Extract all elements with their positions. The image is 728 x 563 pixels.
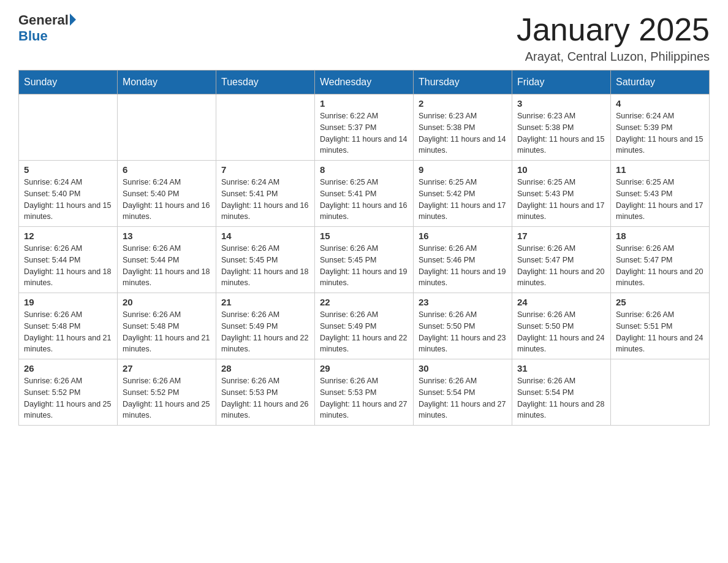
calendar-week-1: 1Sunrise: 6:22 AMSunset: 5:37 PMDaylight… — [19, 94, 710, 161]
table-row: 6Sunrise: 6:24 AMSunset: 5:40 PMDaylight… — [118, 161, 216, 227]
month-title: January 2025 — [517, 12, 710, 47]
day-info: Sunrise: 6:23 AMSunset: 5:38 PMDaylight:… — [517, 110, 605, 156]
table-row: 4Sunrise: 6:24 AMSunset: 5:39 PMDaylight… — [611, 94, 710, 161]
table-row: 17Sunrise: 6:26 AMSunset: 5:47 PMDayligh… — [512, 227, 611, 293]
day-info: Sunrise: 6:26 AMSunset: 5:54 PMDaylight:… — [517, 375, 605, 421]
day-info: Sunrise: 6:24 AMSunset: 5:41 PMDaylight:… — [221, 177, 309, 223]
day-info: Sunrise: 6:26 AMSunset: 5:50 PMDaylight:… — [419, 309, 507, 355]
day-number: 27 — [123, 363, 211, 373]
day-info: Sunrise: 6:23 AMSunset: 5:38 PMDaylight:… — [419, 110, 507, 156]
table-row: 29Sunrise: 6:26 AMSunset: 5:53 PMDayligh… — [315, 359, 414, 426]
calendar-week-4: 19Sunrise: 6:26 AMSunset: 5:48 PMDayligh… — [19, 293, 710, 359]
logo: General Blue — [18, 12, 76, 44]
day-number: 17 — [517, 231, 605, 241]
day-number: 30 — [419, 363, 507, 373]
table-row: 23Sunrise: 6:26 AMSunset: 5:50 PMDayligh… — [414, 293, 512, 359]
day-info: Sunrise: 6:26 AMSunset: 5:53 PMDaylight:… — [221, 375, 309, 421]
day-number: 31 — [517, 363, 605, 373]
col-wednesday: Wednesday — [315, 71, 414, 94]
day-info: Sunrise: 6:26 AMSunset: 5:51 PMDaylight:… — [616, 309, 704, 355]
day-info: Sunrise: 6:26 AMSunset: 5:53 PMDaylight:… — [320, 375, 408, 421]
table-row: 12Sunrise: 6:26 AMSunset: 5:44 PMDayligh… — [19, 227, 118, 293]
day-number: 23 — [419, 297, 507, 307]
page-header: General Blue January 2025 Arayat, Centra… — [18, 12, 710, 64]
day-info: Sunrise: 6:26 AMSunset: 5:47 PMDaylight:… — [616, 243, 704, 289]
logo-general-text: General — [18, 12, 69, 28]
day-number: 22 — [320, 297, 408, 307]
day-info: Sunrise: 6:26 AMSunset: 5:49 PMDaylight:… — [221, 309, 309, 355]
table-row: 30Sunrise: 6:26 AMSunset: 5:54 PMDayligh… — [414, 359, 512, 426]
day-info: Sunrise: 6:26 AMSunset: 5:48 PMDaylight:… — [123, 309, 211, 355]
table-row: 2Sunrise: 6:23 AMSunset: 5:38 PMDaylight… — [414, 94, 512, 161]
day-number: 2 — [419, 98, 507, 109]
logo-blue-text: Blue — [18, 28, 48, 44]
logo-triangle-icon — [70, 13, 76, 26]
day-info: Sunrise: 6:26 AMSunset: 5:47 PMDaylight:… — [517, 243, 605, 289]
day-info: Sunrise: 6:26 AMSunset: 5:45 PMDaylight:… — [320, 243, 408, 289]
table-row — [216, 94, 315, 161]
calendar-table: Sunday Monday Tuesday Wednesday Thursday… — [18, 70, 710, 426]
day-info: Sunrise: 6:26 AMSunset: 5:48 PMDaylight:… — [24, 309, 112, 355]
day-number: 24 — [517, 297, 605, 307]
day-number: 28 — [221, 363, 309, 373]
table-row: 24Sunrise: 6:26 AMSunset: 5:50 PMDayligh… — [512, 293, 611, 359]
table-row — [611, 359, 710, 426]
table-row: 28Sunrise: 6:26 AMSunset: 5:53 PMDayligh… — [216, 359, 315, 426]
day-info: Sunrise: 6:26 AMSunset: 5:46 PMDaylight:… — [419, 243, 507, 289]
calendar-week-3: 12Sunrise: 6:26 AMSunset: 5:44 PMDayligh… — [19, 227, 710, 293]
day-info: Sunrise: 6:26 AMSunset: 5:52 PMDaylight:… — [24, 375, 112, 421]
table-row — [118, 94, 216, 161]
col-friday: Friday — [512, 71, 611, 94]
day-info: Sunrise: 6:26 AMSunset: 5:54 PMDaylight:… — [419, 375, 507, 421]
day-info: Sunrise: 6:25 AMSunset: 5:41 PMDaylight:… — [320, 177, 408, 223]
day-info: Sunrise: 6:22 AMSunset: 5:37 PMDaylight:… — [320, 110, 408, 156]
day-info: Sunrise: 6:26 AMSunset: 5:50 PMDaylight:… — [517, 309, 605, 355]
table-row: 11Sunrise: 6:25 AMSunset: 5:43 PMDayligh… — [611, 161, 710, 227]
table-row: 22Sunrise: 6:26 AMSunset: 5:49 PMDayligh… — [315, 293, 414, 359]
table-row: 26Sunrise: 6:26 AMSunset: 5:52 PMDayligh… — [19, 359, 118, 426]
col-sunday: Sunday — [19, 71, 118, 94]
table-row: 5Sunrise: 6:24 AMSunset: 5:40 PMDaylight… — [19, 161, 118, 227]
day-number: 8 — [320, 164, 408, 175]
col-tuesday: Tuesday — [216, 71, 315, 94]
table-row: 13Sunrise: 6:26 AMSunset: 5:44 PMDayligh… — [118, 227, 216, 293]
day-number: 6 — [123, 164, 211, 175]
day-number: 15 — [320, 231, 408, 241]
table-row: 20Sunrise: 6:26 AMSunset: 5:48 PMDayligh… — [118, 293, 216, 359]
day-number: 26 — [24, 363, 112, 373]
day-number: 19 — [24, 297, 112, 307]
day-number: 5 — [24, 164, 112, 175]
day-number: 13 — [123, 231, 211, 241]
calendar-week-2: 5Sunrise: 6:24 AMSunset: 5:40 PMDaylight… — [19, 161, 710, 227]
day-number: 1 — [320, 98, 408, 109]
day-number: 16 — [419, 231, 507, 241]
col-saturday: Saturday — [611, 71, 710, 94]
day-info: Sunrise: 6:24 AMSunset: 5:40 PMDaylight:… — [123, 177, 211, 223]
day-number: 14 — [221, 231, 309, 241]
day-info: Sunrise: 6:25 AMSunset: 5:42 PMDaylight:… — [419, 177, 507, 223]
day-info: Sunrise: 6:26 AMSunset: 5:45 PMDaylight:… — [221, 243, 309, 289]
day-info: Sunrise: 6:26 AMSunset: 5:44 PMDaylight:… — [24, 243, 112, 289]
table-row: 3Sunrise: 6:23 AMSunset: 5:38 PMDaylight… — [512, 94, 611, 161]
table-row: 9Sunrise: 6:25 AMSunset: 5:42 PMDaylight… — [414, 161, 512, 227]
table-row: 18Sunrise: 6:26 AMSunset: 5:47 PMDayligh… — [611, 227, 710, 293]
table-row: 15Sunrise: 6:26 AMSunset: 5:45 PMDayligh… — [315, 227, 414, 293]
title-section: January 2025 Arayat, Central Luzon, Phil… — [517, 12, 710, 64]
day-number: 20 — [123, 297, 211, 307]
day-number: 11 — [616, 164, 704, 175]
table-row: 10Sunrise: 6:25 AMSunset: 5:43 PMDayligh… — [512, 161, 611, 227]
table-row: 27Sunrise: 6:26 AMSunset: 5:52 PMDayligh… — [118, 359, 216, 426]
table-row — [19, 94, 118, 161]
table-row: 8Sunrise: 6:25 AMSunset: 5:41 PMDaylight… — [315, 161, 414, 227]
day-info: Sunrise: 6:25 AMSunset: 5:43 PMDaylight:… — [517, 177, 605, 223]
day-number: 18 — [616, 231, 704, 241]
day-info: Sunrise: 6:24 AMSunset: 5:39 PMDaylight:… — [616, 110, 704, 156]
day-number: 7 — [221, 164, 309, 175]
day-number: 4 — [616, 98, 704, 109]
table-row: 7Sunrise: 6:24 AMSunset: 5:41 PMDaylight… — [216, 161, 315, 227]
day-number: 12 — [24, 231, 112, 241]
day-info: Sunrise: 6:26 AMSunset: 5:44 PMDaylight:… — [123, 243, 211, 289]
table-row: 16Sunrise: 6:26 AMSunset: 5:46 PMDayligh… — [414, 227, 512, 293]
table-row: 19Sunrise: 6:26 AMSunset: 5:48 PMDayligh… — [19, 293, 118, 359]
calendar-header-row: Sunday Monday Tuesday Wednesday Thursday… — [19, 71, 710, 94]
